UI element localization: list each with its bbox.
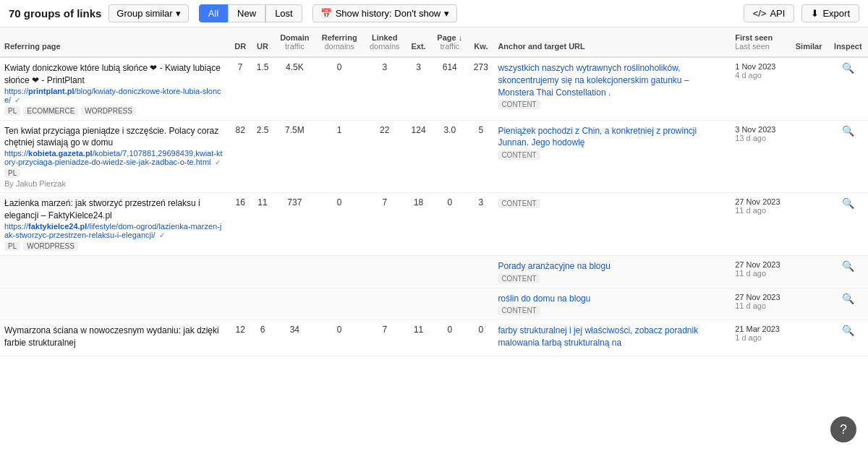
anchor-cell: farby strukturalnej i jej właściwości, z… <box>493 320 731 356</box>
cell-empty <box>406 288 431 320</box>
cell-kw: 3 <box>468 193 493 256</box>
show-history-button[interactable]: 📅 Show history: Don't show ▾ <box>312 4 458 22</box>
anchor-text: Pieniążek pochodzi z Chin, a konkretniej… <box>498 125 726 150</box>
cell-ur: 2.5 <box>251 120 273 193</box>
col-anchor-url: Anchor and target URL <box>493 27 731 57</box>
top-bar: 70 groups of links Group similar ▾ All N… <box>0 0 868 27</box>
cell-domain_traffic: 4.5K <box>274 57 315 120</box>
cell-ext: 18 <box>406 193 431 256</box>
cell-kw: 0 <box>468 320 493 356</box>
anchor-text: Porady aranżacyjne na blogu <box>498 260 726 273</box>
inspect-cell[interactable]: 🔍 <box>828 320 868 356</box>
cell-ext: 3 <box>406 57 431 120</box>
cell-ext: 124 <box>406 120 431 193</box>
col-similar: Similar <box>790 27 828 57</box>
referring-page-cell: Kwiaty doniczkowe które lubią słońce ❤ -… <box>0 57 229 120</box>
first-seen: 27 Nov 2023 <box>735 293 785 301</box>
page-url[interactable]: https://printplant.pl/blog/kwiaty-donicz… <box>4 87 225 104</box>
cell-empty <box>274 255 315 288</box>
page-url[interactable]: https://kobieta.gazeta.pl/kobieta/7,1078… <box>4 149 225 166</box>
cell-empty <box>431 288 468 320</box>
cell-empty <box>363 288 406 320</box>
inspect-button[interactable]: 🔍 <box>842 197 854 209</box>
referring-page-cell: Wymarzona ściana w nowoczesnym wydaniu: … <box>0 320 229 356</box>
export-icon: ⬇ <box>811 8 819 19</box>
inspect-button[interactable]: 🔍 <box>842 293 854 304</box>
cell-empty <box>229 288 251 320</box>
col-first-seen: First seen Last seen <box>731 27 789 57</box>
cell-empty <box>315 255 364 288</box>
content-badge: CONTENT <box>498 274 540 283</box>
filter-group: All New Lost <box>199 4 302 22</box>
referring-page-cell: Ten kwiat przyciąga pieniądze i szczęści… <box>0 120 229 193</box>
cell-domain_traffic: 7.5M <box>274 120 315 193</box>
inspect-button[interactable]: 🔍 <box>842 325 854 336</box>
date-cell: 21 Mar 20231 d ago <box>731 320 789 356</box>
chevron-down-icon: ▾ <box>176 8 181 19</box>
referring-page-cell-empty <box>0 288 229 320</box>
inspect-button[interactable]: 🔍 <box>842 125 854 137</box>
cell-dr: 12 <box>229 320 251 356</box>
export-button[interactable]: ⬇ Export <box>801 4 859 22</box>
inspect-button[interactable]: 🔍 <box>842 260 854 272</box>
cell-empty <box>315 288 364 320</box>
date-cell: 27 Nov 202311 d ago <box>731 193 789 256</box>
page-title[interactable]: Łazienka marzeń: jak stworzyć przestrzeń… <box>4 197 225 222</box>
cell-empty <box>251 255 273 288</box>
last-seen: 11 d ago <box>735 206 785 215</box>
cell-ext: 11 <box>406 320 431 356</box>
tag: PL <box>4 168 20 178</box>
tag: ECOMMERCE <box>23 106 78 116</box>
date-cell: 27 Nov 202311 d ago <box>731 255 789 288</box>
anchor-cell: roślin do domu na bloguCONTENT <box>493 288 731 320</box>
table-row: Łazienka marzeń: jak stworzyć przestrzeń… <box>0 193 868 256</box>
inspect-button[interactable]: 🔍 <box>842 62 854 74</box>
api-button[interactable]: </> API <box>744 4 795 22</box>
content-badge: CONTENT <box>498 306 540 315</box>
filter-new-button[interactable]: New <box>228 4 265 22</box>
cell-empty <box>363 255 406 288</box>
first-seen: 3 Nov 2023 <box>735 125 785 134</box>
page-title[interactable]: Wymarzona ściana w nowoczesnym wydaniu: … <box>4 325 225 349</box>
code-icon: </> <box>753 8 767 19</box>
cell-page_traffic: 0 <box>431 320 468 356</box>
anchor-text: roślin do domu na blogu <box>498 293 726 305</box>
last-seen: 11 d ago <box>735 269 785 278</box>
cell-linked_domains: 3 <box>363 57 406 120</box>
anchor-cell: Pieniążek pochodzi z Chin, a konkretniej… <box>493 120 731 193</box>
inspect-cell[interactable]: 🔍 <box>828 255 868 288</box>
tag: WORDPRESS <box>81 106 136 116</box>
col-linked-domains: Linked domains <box>363 27 406 57</box>
cell-ur: 1.5 <box>251 57 273 120</box>
cell-empty <box>431 255 468 288</box>
col-ext: Ext. <box>406 27 431 57</box>
cell-ur: 11 <box>251 193 273 256</box>
cell-ur: 6 <box>251 320 273 356</box>
filter-lost-button[interactable]: Lost <box>265 4 302 22</box>
inspect-cell[interactable]: 🔍 <box>828 57 868 120</box>
cell-referring_domains: 0 <box>315 193 364 256</box>
page-url[interactable]: https://faktykielce24.pl/lifestyle/dom-o… <box>4 222 225 239</box>
similar-cell <box>790 193 828 256</box>
cell-domain_traffic: 34 <box>274 320 315 356</box>
group-similar-button[interactable]: Group similar ▾ <box>109 4 188 22</box>
cell-dr: 16 <box>229 193 251 256</box>
inspect-cell[interactable]: 🔍 <box>828 288 868 320</box>
anchor-cell: wszystkich naszych wytrawnych roślinohol… <box>493 57 731 120</box>
page-title[interactable]: Kwiaty doniczkowe które lubią słońce ❤ -… <box>4 62 225 87</box>
col-referring-page: Referring page <box>0 27 229 57</box>
inspect-cell[interactable]: 🔍 <box>828 193 868 256</box>
date-cell: 1 Nov 20234 d ago <box>731 57 789 120</box>
table-row: Porady aranżacyjne na bloguCONTENT27 Nov… <box>0 255 868 288</box>
cell-empty <box>468 255 493 288</box>
tags: PL <box>4 168 225 178</box>
similar-cell <box>790 120 828 193</box>
filter-all-button[interactable]: All <box>199 4 228 22</box>
show-history-label: Show history: Don't show <box>336 8 441 19</box>
inspect-cell[interactable]: 🔍 <box>828 120 868 193</box>
anchor-text: farby strukturalnej i jej właściwości, z… <box>498 325 726 349</box>
anchor-cell: CONTENT <box>493 193 731 256</box>
page-title[interactable]: Ten kwiat przyciąga pieniądze i szczęści… <box>4 125 225 150</box>
cell-referring_domains: 0 <box>315 320 364 356</box>
cell-empty <box>406 255 431 288</box>
